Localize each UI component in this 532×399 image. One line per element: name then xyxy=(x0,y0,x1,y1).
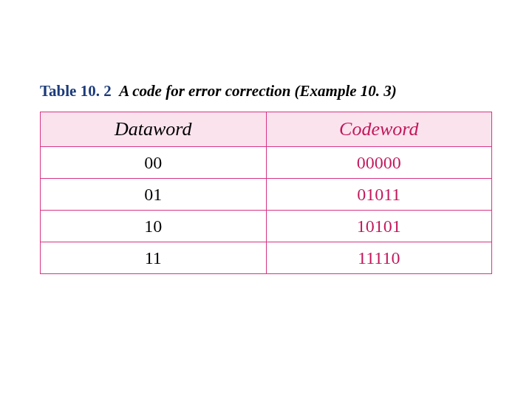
table-row: 10 10101 xyxy=(41,211,492,242)
cell-dataword: 01 xyxy=(41,179,267,211)
table-label: Table 10. 2 xyxy=(40,82,112,100)
slide: Table 10. 2 A code for error correction … xyxy=(0,0,532,399)
table-header-row: Dataword Codeword xyxy=(41,112,492,147)
cell-codeword: 10101 xyxy=(266,211,492,242)
table-row: 00 00000 xyxy=(41,147,492,179)
cell-codeword: 01011 xyxy=(266,179,492,211)
header-dataword: Dataword xyxy=(41,112,267,147)
table-row: 01 01011 xyxy=(41,179,492,211)
code-table: Dataword Codeword 00 00000 01 01011 10 1… xyxy=(40,112,492,274)
table-caption: Table 10. 2 A code for error correction … xyxy=(40,81,492,101)
cell-dataword: 10 xyxy=(41,211,267,242)
table-title: A code for error correction (Example 10.… xyxy=(119,82,397,100)
cell-dataword: 00 xyxy=(41,147,267,179)
table-row: 11 11110 xyxy=(41,242,492,274)
cell-dataword: 11 xyxy=(41,242,267,274)
cell-codeword: 00000 xyxy=(266,147,492,179)
cell-codeword: 11110 xyxy=(266,242,492,274)
header-codeword: Codeword xyxy=(266,112,492,147)
